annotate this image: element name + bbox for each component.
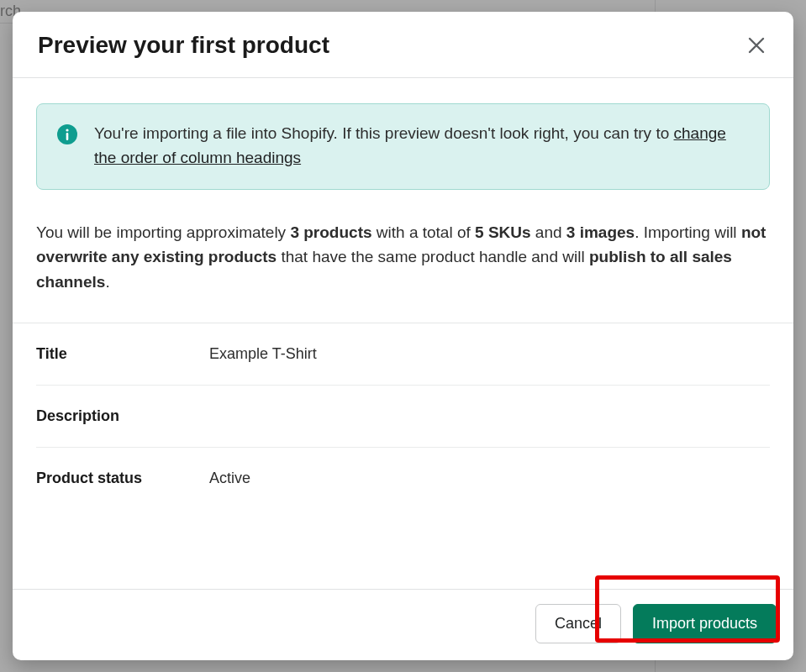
detail-value-title: Example T-Shirt: [209, 345, 317, 363]
summary-text: with a total of: [372, 223, 476, 241]
summary-text: .: [105, 273, 109, 291]
import-products-button[interactable]: Import products: [633, 604, 777, 643]
modal-footer: Cancel Import products: [13, 589, 793, 660]
import-preview-modal: Preview your first product You're import…: [13, 12, 793, 660]
detail-label: Title: [36, 345, 209, 363]
close-icon: [746, 35, 766, 55]
summary-text: You will be importing approximately: [36, 223, 290, 241]
svg-point-0: [66, 129, 68, 131]
detail-row-status: Product status Active: [36, 448, 770, 509]
close-button[interactable]: [745, 34, 768, 57]
detail-label: Description: [36, 407, 209, 425]
info-banner: You're importing a file into Shopify. If…: [36, 103, 770, 190]
modal-title: Preview your first product: [38, 32, 329, 59]
cancel-button[interactable]: Cancel: [535, 604, 621, 643]
detail-row-description: Description: [36, 386, 770, 448]
product-details: Title Example T-Shirt Description Produc…: [13, 323, 793, 509]
summary-images-count: 3 images: [566, 223, 635, 241]
info-banner-text: You're importing a file into Shopify. If…: [94, 121, 749, 171]
detail-value-status: Active: [209, 470, 250, 487]
detail-row-title: Title Example T-Shirt: [36, 323, 770, 386]
summary-text: . Importing will: [635, 223, 741, 241]
modal-scroll-area[interactable]: You're importing a file into Shopify. If…: [13, 78, 793, 589]
modal-body: You're importing a file into Shopify. If…: [13, 78, 793, 589]
summary-products-count: 3 products: [290, 223, 371, 241]
info-icon: [57, 124, 77, 144]
summary-text: that have the same product handle and wi…: [277, 248, 589, 265]
scroll-spacer: [36, 509, 770, 589]
detail-label: Product status: [36, 470, 209, 487]
info-text-part: You're importing a file into Shopify. If…: [94, 124, 674, 142]
modal-header: Preview your first product: [13, 12, 793, 77]
svg-rect-1: [66, 133, 69, 140]
summary-skus-count: 5 SKUs: [475, 223, 531, 241]
import-summary: You will be importing approximately 3 pr…: [36, 220, 770, 294]
summary-text: and: [531, 223, 566, 241]
